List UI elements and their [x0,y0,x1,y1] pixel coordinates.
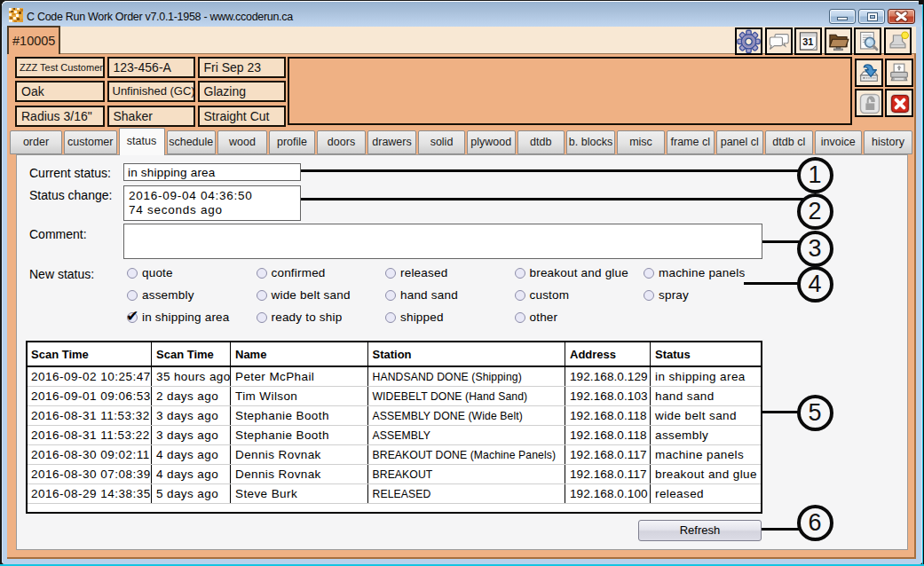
svg-text:31: 31 [802,36,813,47]
